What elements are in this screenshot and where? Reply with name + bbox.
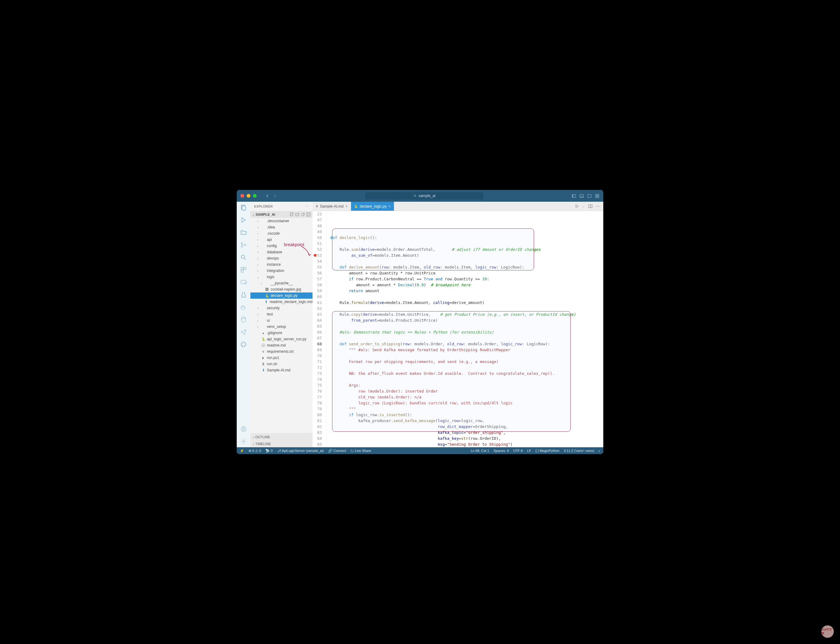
tree-item[interactable]: ›__pycache__: [251, 280, 313, 286]
gutter[interactable]: 2347484950515253545556575859606162636465…: [313, 211, 326, 447]
tree-item[interactable]: $run.sh: [251, 361, 313, 367]
notifications-icon[interactable]: ♪: [599, 449, 601, 453]
project-header[interactable]: ⌄ SAMPLE_AI: [251, 211, 313, 218]
traffic-lights[interactable]: [241, 194, 257, 198]
server[interactable]: ⎇ ApiLogicServer (sample_ai): [277, 449, 324, 453]
tree-item[interactable]: ›devops: [251, 255, 313, 261]
collapse-icon[interactable]: [306, 212, 311, 217]
refresh-icon[interactable]: [301, 212, 305, 217]
cursor-position[interactable]: Ln 68, Col 1: [471, 449, 489, 453]
live-share[interactable]: ⭮ Live Share: [350, 449, 371, 453]
location-text: sample_ai: [418, 194, 436, 198]
split-icon[interactable]: [588, 204, 593, 209]
testing-icon[interactable]: [240, 291, 247, 298]
sidebar-title: EXPLORER: [254, 205, 273, 208]
extensions-icon[interactable]: [240, 266, 247, 273]
folder-icon[interactable]: [240, 229, 247, 236]
close-icon[interactable]: ×: [389, 204, 391, 209]
python-env[interactable]: 3.11.2 ('venv': venv): [564, 449, 594, 453]
github-icon[interactable]: [240, 341, 247, 348]
tree-item[interactable]: ⏵run.ps1: [251, 355, 313, 361]
indentation[interactable]: Spaces: 4: [494, 449, 509, 453]
close-icon[interactable]: ×: [345, 204, 348, 209]
editor-tab[interactable]: 🐍declare_logic.py×: [351, 202, 394, 211]
tree-item[interactable]: ›venv_setup: [251, 324, 313, 330]
tree-item[interactable]: 🐍api_logic_server_run.py: [251, 336, 313, 342]
titlebar: sample_ai: [237, 190, 603, 202]
tree-item[interactable]: ›security: [251, 305, 313, 311]
forward-icon[interactable]: [273, 194, 277, 198]
database-icon[interactable]: [240, 316, 247, 323]
settings-icon[interactable]: [240, 438, 247, 445]
tree-item[interactable]: ›config: [251, 243, 313, 249]
editor-tabs[interactable]: ⬇Sample-AI.md×🐍declare_logic.py× ⌄ ⋯: [313, 202, 603, 211]
activity-bar[interactable]: [237, 202, 251, 447]
search-icon[interactable]: [240, 254, 247, 261]
layout-controls[interactable]: [571, 194, 599, 198]
svg-point-22: [241, 342, 246, 347]
back-icon[interactable]: [265, 194, 270, 198]
svg-rect-7: [598, 194, 599, 196]
encoding[interactable]: UTF-8: [513, 449, 523, 453]
svg-point-0: [414, 195, 416, 196]
panel-right-icon[interactable]: [587, 194, 592, 198]
svg-point-21: [242, 317, 246, 319]
panel-bottom-icon[interactable]: [580, 194, 584, 198]
eol[interactable]: LF: [527, 449, 531, 453]
svg-point-25: [242, 440, 244, 442]
tree-item[interactable]: ›.devcontainer: [251, 218, 313, 224]
command-center[interactable]: sample_ai: [365, 192, 483, 200]
tree-item[interactable]: ›.vscode: [251, 230, 313, 237]
customize-layout-icon[interactable]: [595, 194, 599, 198]
svg-point-15: [241, 255, 245, 259]
tree-item[interactable]: ›instance: [251, 261, 313, 268]
code-editor[interactable]: 2347484950515253545556575859606162636465…: [313, 211, 603, 447]
status-bar[interactable]: ⚡ ⊗ 0 ⚠ 0 📡 0 ⎇ ApiLogicServer (sample_a…: [237, 447, 603, 454]
docker-icon[interactable]: [240, 304, 247, 310]
tree-item[interactable]: ⬇Sample-AI.md: [251, 367, 313, 373]
nav-arrows[interactable]: [265, 194, 277, 198]
language-mode[interactable]: { } MagicPython: [535, 449, 560, 453]
tree-item[interactable]: ≡requirements.txt: [251, 348, 313, 355]
send-icon[interactable]: [240, 329, 247, 335]
svg-point-20: [245, 283, 247, 284]
tree-item[interactable]: 🖼cocktail-napkin.jpg: [251, 286, 313, 292]
new-folder-icon[interactable]: [295, 212, 300, 217]
more-icon[interactable]: ⋯: [305, 205, 309, 209]
remote-indicator[interactable]: ⚡: [240, 449, 244, 453]
tree-item[interactable]: ›test: [251, 311, 313, 317]
outline-section[interactable]: ›OUTLINE: [251, 434, 313, 440]
panel-left-icon[interactable]: [571, 194, 576, 198]
svg-rect-8: [596, 196, 597, 198]
sidebar-header: EXPLORER ⋯: [251, 202, 313, 211]
problems[interactable]: ⊗ 0 ⚠ 0: [249, 449, 261, 453]
tree-item[interactable]: ›api: [251, 237, 313, 243]
svg-rect-9: [598, 196, 599, 198]
run-icon[interactable]: [575, 204, 580, 209]
tree-item[interactable]: ›integration: [251, 268, 313, 274]
tree-item[interactable]: ›ui: [251, 317, 313, 324]
tree-item[interactable]: ⓘreadme.md: [251, 342, 313, 348]
svg-rect-2: [572, 194, 573, 197]
connect[interactable]: 🔗 Connect: [328, 449, 346, 453]
tree-item[interactable]: ›database: [251, 249, 313, 255]
new-file-icon[interactable]: [290, 212, 294, 217]
explorer-icon[interactable]: [240, 204, 247, 211]
code-content[interactable]: def declare_logic(): Rule.sum(derive=mod…: [326, 211, 603, 447]
tree-item[interactable]: 🐍declare_logic.py: [251, 292, 313, 299]
editor-area: ⬇Sample-AI.md×🐍declare_logic.py× ⌄ ⋯ 234…: [313, 202, 603, 447]
editor-tab[interactable]: ⬇Sample-AI.md×: [313, 202, 351, 211]
source-control-icon[interactable]: [240, 242, 247, 248]
timeline-section[interactable]: ›TIMELINE: [251, 440, 313, 447]
file-tree[interactable]: breakpoint ›.devcontainer›.idea›.vscode›…: [251, 218, 313, 433]
tree-item[interactable]: ⌄logic: [251, 274, 313, 280]
tree-item[interactable]: ⬇readme_declare_logic.md: [251, 299, 313, 305]
ports[interactable]: 📡 0: [265, 449, 272, 453]
tree-item[interactable]: ⬥.gitignore: [251, 330, 313, 336]
remote-icon[interactable]: [240, 279, 247, 286]
svg-rect-17: [244, 267, 246, 269]
run-debug-icon[interactable]: [240, 217, 247, 223]
more-icon[interactable]: ⋯: [596, 204, 599, 209]
tree-item[interactable]: ›.idea: [251, 224, 313, 230]
account-icon[interactable]: [240, 426, 247, 432]
